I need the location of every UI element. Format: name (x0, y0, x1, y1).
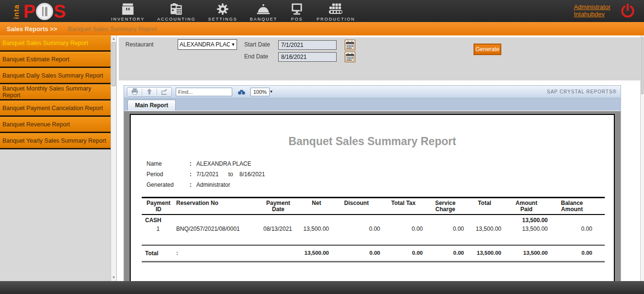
tab-main-report[interactable]: Main Report (127, 100, 176, 111)
total-total-tax: 0.00 (382, 246, 425, 261)
total-service-charge: 0.00 (425, 246, 466, 261)
toolbar-separator (157, 89, 157, 95)
report-canvas: Banquet Sales Summary Report Name : ALEX… (124, 111, 621, 281)
start-date-calendar-icon[interactable] (345, 40, 355, 50)
main-content: Restaurant ALEXANDRA PLACE ▼ Start Date … (117, 35, 640, 281)
info-label: Period (147, 169, 190, 180)
search-button[interactable] (236, 88, 247, 96)
cell-discount: 0.00 (331, 224, 382, 234)
cell-net: 13,500.00 (302, 224, 331, 234)
end-date-input[interactable] (278, 52, 337, 62)
plate-cutlery-icon (36, 3, 53, 20)
table-bottom-border (142, 261, 605, 262)
start-date-input[interactable] (278, 40, 337, 50)
administrator-link[interactable]: Administrator (574, 3, 610, 11)
scrollbar-thumb[interactable] (641, 37, 644, 94)
col-header: Reservation No (175, 200, 254, 213)
payment-group-name: CASH (142, 216, 175, 224)
nav-production[interactable]: PRODUCTION (316, 1, 355, 22)
sap-crystal-reports-brand: SAP CRYSTAL REPORTS® (547, 89, 617, 94)
col-header: Total Tax (382, 200, 425, 213)
total-balance-amount: 0.00 (550, 246, 594, 261)
breadcrumb-page: Banquet Sales Summary Report (68, 25, 157, 33)
colon: : (190, 158, 196, 169)
sidebar-item-banquet-payment-cancelation[interactable]: Banquet Payment Cancelation Report (0, 101, 111, 117)
restaurant-select[interactable]: ALEXANDRA PLACE ▼ (178, 39, 237, 50)
cell-payment-id: 1 (142, 224, 175, 234)
col-header: Amount Paid (503, 200, 550, 213)
logout-power-icon[interactable] (620, 3, 635, 18)
cell-balance-amount: 0.00 (550, 224, 594, 234)
nav-label: PRODUCTION (316, 17, 355, 22)
end-date-label: End Date (244, 53, 268, 60)
viewer-tabstrip: Main Report (124, 98, 621, 111)
cloche-icon (256, 3, 271, 15)
group-header-row: CASH 13,500.00 (142, 216, 605, 224)
nav-banquet[interactable]: BANQUET (250, 1, 278, 22)
export-icon (160, 88, 169, 95)
nav-label: SETTINGS (208, 17, 237, 22)
total-net: 13,500.00 (302, 246, 331, 261)
col-header: Service Charge (425, 200, 466, 213)
arrow-up-icon (146, 88, 153, 95)
nav-label: POS (291, 17, 303, 22)
user-account-links: Administrator Intahubdev (574, 3, 610, 18)
intapos-logo[interactable]: inta P S (9, 1, 66, 22)
info-label: Generated (147, 180, 190, 190)
table-row: 1 BNQ/2057/2021/08/0001 08/13/2021 13,50… (142, 224, 605, 234)
scroll-down-icon[interactable]: ▼ (111, 275, 116, 281)
cell-total: 13,500.00 (466, 224, 503, 234)
intahubdev-link[interactable]: Intahubdev (574, 11, 610, 18)
colon: : (190, 169, 196, 180)
nav-settings[interactable]: SETTINGS (208, 1, 237, 22)
breadcrumb: Sales Reports >> Banquet Sales Summary R… (0, 22, 644, 35)
scroll-up-icon[interactable]: ▲ (111, 36, 116, 42)
col-header: Total (466, 200, 503, 213)
nav-label: ACCOUNTING (157, 17, 196, 22)
generate-button[interactable]: Generate (474, 44, 501, 55)
sidebar-item-banquet-sales-summary[interactable]: Banquet Sales Summary Report (0, 35, 111, 52)
info-row-period: Period : 7/1/2021 to 8/16/2021 (147, 169, 614, 180)
col-header: Net (302, 200, 331, 213)
info-value: 7/1/2021 to 8/16/2021 (196, 169, 265, 180)
main-nav: INVENTORY ACCOUNTING SETTINGS BANQUET PO… (111, 1, 355, 22)
info-value: Administrator (196, 180, 230, 190)
restaurant-label: Restaurant (125, 41, 154, 48)
printer-icon (131, 88, 139, 95)
cell-service-charge: 0.00 (425, 224, 466, 234)
colon: : (190, 180, 196, 190)
sidebar-item-banquet-yearly-sales[interactable]: Banquet Yearly Sales Summary Report (0, 133, 111, 149)
sidebar-item-banquet-revenue[interactable]: Banquet Revenue Report (0, 117, 111, 133)
zoom-dropdown-arrow-icon[interactable]: ▼ (268, 88, 275, 96)
chevron-down-icon: ▼ (230, 42, 237, 47)
total-total: 13,500.00 (466, 246, 503, 261)
find-input[interactable] (176, 88, 232, 96)
nav-inventory[interactable]: INVENTORY (111, 1, 145, 22)
sidebar-item-banquet-daily-sales[interactable]: Banquet Daily Sales Summary Report (0, 68, 111, 84)
total-amount-paid: 13,500.00 (503, 246, 550, 261)
print-button[interactable] (129, 88, 140, 96)
nav-pos[interactable]: POS (290, 1, 304, 22)
sidebar-item-banquet-estimate[interactable]: Banquet Estimate Report (0, 52, 111, 68)
refresh-panel-button[interactable] (144, 88, 155, 96)
report-sidebar: Banquet Sales Summary Report Banquet Est… (0, 35, 111, 281)
sidebar-scrollbar[interactable]: ▲ ▼ (111, 35, 117, 281)
toolbar-separator (142, 89, 142, 95)
nav-label: BANQUET (250, 17, 278, 22)
binoculars-icon (237, 89, 246, 95)
nav-accounting[interactable]: ACCOUNTING (157, 1, 196, 22)
table-header-row: Payment ID Reservation No Payment Date N… (142, 197, 605, 215)
total-label: Total (142, 246, 175, 261)
sidebar-item-banquet-monthly-sales[interactable]: Banquet Monthly Sales Summary Report (0, 84, 111, 101)
end-date-calendar-icon[interactable] (345, 52, 355, 62)
cell-payment-date: 08/13/2021 (254, 224, 302, 234)
report-filter-panel: Restaurant ALEXANDRA PLACE ▼ Start Date … (119, 37, 640, 80)
page-scrollbar[interactable] (640, 35, 644, 281)
scrollbar-thumb[interactable] (112, 42, 116, 86)
cell-reservation-no: BNQ/2057/2021/08/0001 (175, 224, 254, 234)
report-table: Payment ID Reservation No Payment Date N… (142, 197, 605, 262)
bottom-status-bar (0, 281, 644, 294)
info-value: ALEXANDRA PLACE (196, 158, 251, 169)
zoom-level-select[interactable]: 100% (250, 88, 270, 96)
export-button[interactable] (159, 88, 169, 96)
